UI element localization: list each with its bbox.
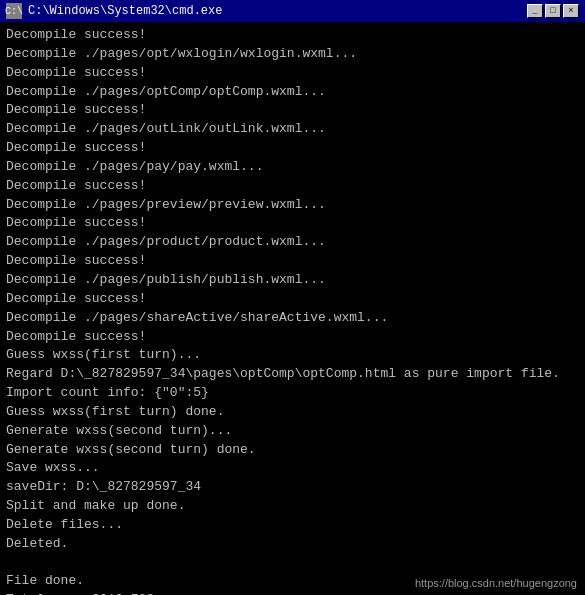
cmd-window: C:\ C:\Windows\System32\cmd.exe _ □ × De… [0, 0, 585, 595]
window-icon: C:\ [6, 3, 22, 19]
close-button[interactable]: × [563, 4, 579, 18]
console-area: Decompile success! Decompile ./pages/opt… [0, 22, 585, 595]
maximize-button[interactable]: □ [545, 4, 561, 18]
console-output: Decompile success! Decompile ./pages/opt… [6, 26, 579, 595]
window-controls: _ □ × [527, 4, 579, 18]
window-title: C:\Windows\System32\cmd.exe [28, 4, 521, 18]
window-icon-label: C:\ [5, 6, 23, 17]
watermark: https://blog.csdn.net/hugengzong [415, 577, 577, 589]
title-bar: C:\ C:\Windows\System32\cmd.exe _ □ × [0, 0, 585, 22]
minimize-button[interactable]: _ [527, 4, 543, 18]
